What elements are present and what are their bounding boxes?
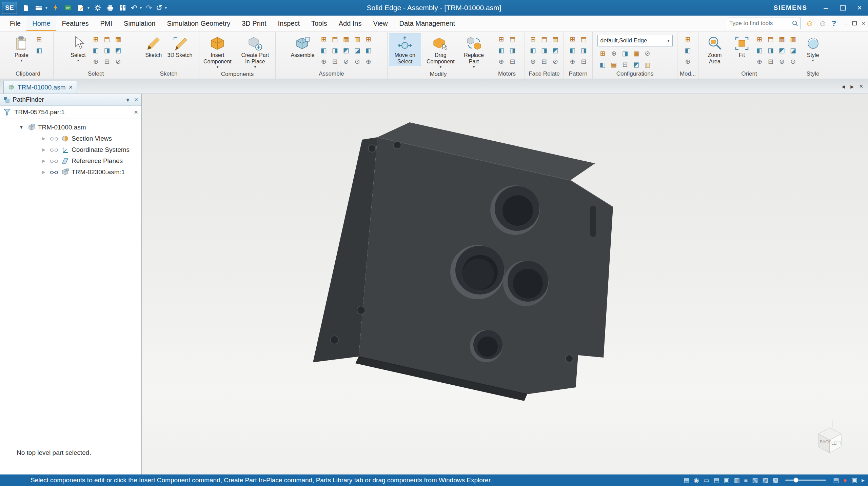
- maximize-button[interactable]: [840, 5, 846, 11]
- open-document-icon[interactable]: [34, 3, 43, 12]
- insert-component-button[interactable]: Insert Component ▾: [201, 34, 234, 70]
- mini-tool-icon[interactable]: ▦: [113, 34, 124, 44]
- status-tool-icon[interactable]: ▦: [684, 474, 689, 486]
- zoom-slider-thumb[interactable]: [793, 478, 798, 483]
- filter-clear-icon[interactable]: ×: [134, 108, 138, 116]
- sketch-button[interactable]: Sketch: [143, 34, 164, 60]
- close-button[interactable]: ×: [854, 0, 865, 16]
- status-tool-icon[interactable]: ▥: [734, 474, 739, 486]
- configuration-dropdown[interactable]: default,Solid Edge ▾: [597, 35, 673, 46]
- mini-tool-icon[interactable]: ⊘: [550, 56, 561, 67]
- tab-simulation[interactable]: Simulation: [118, 16, 161, 31]
- tab-3d-print[interactable]: 3D Print: [236, 16, 272, 31]
- mini-tool-icon[interactable]: ▦: [631, 48, 642, 59]
- tab-add-ins[interactable]: Add Ins: [333, 16, 368, 31]
- mini-tool-icon[interactable]: ▦: [776, 34, 787, 44]
- visible-glasses-icon[interactable]: [50, 170, 59, 175]
- status-tool-icon[interactable]: ▣: [724, 474, 729, 486]
- drag-component-button[interactable]: Drag Component ▾: [423, 34, 458, 70]
- assembly-3d-model[interactable]: [142, 94, 868, 474]
- expand-closed-icon[interactable]: ▶: [40, 158, 47, 163]
- mini-tool-icon[interactable]: ⊞: [683, 34, 693, 44]
- zoom-slider[interactable]: [785, 480, 826, 481]
- tab-inspect[interactable]: Inspect: [272, 16, 305, 31]
- mini-tool-icon[interactable]: ⊞: [754, 34, 765, 44]
- mini-tool-icon[interactable]: ▤: [330, 34, 340, 44]
- mini-tool-icon[interactable]: ◨: [620, 48, 631, 59]
- mini-tool-icon[interactable]: ◨: [578, 45, 589, 56]
- status-tool-icon[interactable]: ▭: [703, 474, 709, 486]
- mini-tool-icon[interactable]: ◨: [507, 45, 518, 56]
- mini-tool-icon[interactable]: ◩: [341, 45, 352, 56]
- tab-file[interactable]: File: [4, 16, 26, 31]
- mini-tool-icon[interactable]: ⊞: [597, 48, 608, 59]
- document-restore-icon[interactable]: [852, 21, 857, 25]
- mini-tool-icon[interactable]: ◧: [34, 45, 45, 56]
- status-tool-icon[interactable]: ▸: [862, 474, 865, 486]
- mini-tool-icon[interactable]: ▤: [539, 34, 550, 44]
- mini-tool-icon[interactable]: ▤: [102, 34, 113, 44]
- undo-dropdown-caret[interactable]: ▾: [140, 5, 142, 10]
- mini-tool-icon[interactable]: ⊕: [496, 56, 507, 67]
- community-smiley-icon[interactable]: ☺: [818, 19, 827, 27]
- mini-tool-icon[interactable]: ⊞: [318, 34, 329, 44]
- mini-tool-icon[interactable]: ⊞: [496, 34, 507, 44]
- mini-tool-icon[interactable]: ⊟: [765, 56, 776, 67]
- mini-tool-icon[interactable]: ◧: [567, 45, 578, 56]
- status-tool-icon[interactable]: ▣: [851, 474, 857, 486]
- mini-tool-icon[interactable]: ▥: [788, 34, 798, 44]
- mini-tool-icon[interactable]: ⊟: [102, 56, 113, 67]
- 3d-viewport[interactable]: BACK LEFT: [142, 94, 868, 474]
- document-tab[interactable]: TRM-01000.asm ×: [3, 81, 77, 94]
- fit-button[interactable]: Fit: [732, 34, 752, 60]
- expand-closed-icon[interactable]: ▶: [40, 147, 47, 152]
- 3d-sketch-button[interactable]: 3D Sketch: [166, 34, 194, 60]
- mini-tool-icon[interactable]: ⊞: [363, 34, 374, 44]
- mini-tool-icon[interactable]: ◨: [765, 45, 776, 56]
- open-dropdown-caret[interactable]: ▾: [45, 5, 47, 10]
- mini-tool-icon[interactable]: ▥: [642, 59, 653, 70]
- mini-tool-icon[interactable]: ◪: [788, 45, 798, 56]
- tree-item-coordinate-systems[interactable]: ▶ Coordinate Systems: [0, 144, 141, 155]
- status-tool-icon[interactable]: ▤: [713, 474, 719, 486]
- mini-tool-icon[interactable]: ▦: [550, 34, 561, 44]
- mini-tool-icon[interactable]: ⊕: [363, 56, 374, 67]
- record-icon[interactable]: ●: [843, 474, 847, 486]
- mini-tool-icon[interactable]: ◧: [318, 45, 329, 56]
- tab-tools[interactable]: Tools: [305, 16, 333, 31]
- status-tool-icon[interactable]: ◉: [694, 474, 699, 486]
- mini-tool-icon[interactable]: ⊘: [341, 56, 352, 67]
- select-button[interactable]: Select ▾: [68, 34, 88, 64]
- edit-dropdown-caret[interactable]: ▾: [87, 5, 90, 10]
- sheet-badge-icon[interactable]: [64, 3, 73, 12]
- settings-gear-icon[interactable]: [93, 3, 102, 12]
- pathfinder-options-icon[interactable]: ▾: [126, 96, 130, 104]
- edit-document-icon[interactable]: [76, 3, 85, 12]
- zoom-area-button[interactable]: Zoom Area: [700, 34, 730, 66]
- mini-tool-icon[interactable]: ◩: [631, 59, 642, 70]
- tab-list-close-icon[interactable]: ×: [859, 82, 863, 90]
- mini-tool-icon[interactable]: ◧: [363, 45, 374, 56]
- hidden-glasses-icon[interactable]: [50, 147, 59, 152]
- minimize-button[interactable]: –: [821, 0, 831, 16]
- mini-tool-icon[interactable]: ◨: [330, 45, 340, 56]
- expand-closed-icon[interactable]: ▶: [40, 136, 47, 141]
- feedback-smiley-icon[interactable]: ☺: [806, 19, 814, 27]
- mini-tool-icon[interactable]: ⊟: [578, 56, 589, 67]
- mini-tool-icon[interactable]: ▤: [507, 34, 518, 44]
- document-minimize-icon[interactable]: –: [844, 20, 847, 27]
- status-tool-icon[interactable]: ▤: [833, 474, 839, 486]
- mini-tool-icon[interactable]: ⊕: [528, 56, 538, 67]
- mini-tool-icon[interactable]: ⊞: [91, 34, 101, 44]
- tab-simulation-geometry[interactable]: Simulation Geometry: [161, 16, 236, 31]
- search-input[interactable]: [729, 20, 792, 27]
- tab-home[interactable]: Home: [26, 16, 56, 31]
- mini-tool-icon[interactable]: ⊕: [318, 56, 329, 67]
- mini-tool-icon[interactable]: ⊘: [642, 48, 653, 59]
- mini-tool-icon[interactable]: ▤: [578, 34, 589, 44]
- replace-part-button[interactable]: Replace Part ▾: [460, 34, 488, 70]
- mini-tool-icon[interactable]: ◧: [754, 45, 765, 56]
- hidden-glasses-icon[interactable]: [50, 136, 59, 141]
- pathfinder-close-icon[interactable]: ×: [134, 96, 138, 104]
- mini-tool-icon[interactable]: ◩: [550, 45, 561, 56]
